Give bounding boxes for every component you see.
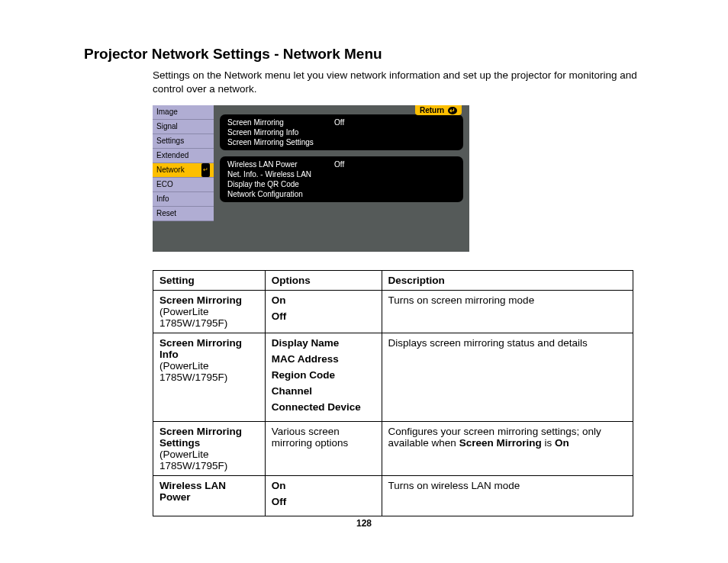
menu-item-value: Off (334, 118, 456, 127)
page-number: 128 (0, 518, 728, 529)
menu-item-label: Screen Mirroring (227, 118, 334, 127)
menu-group-1: Screen MirroringOffScreen Mirroring Info… (220, 114, 463, 150)
settings-table: SettingOptionsDescription Screen Mirrori… (153, 270, 633, 516)
enter-icon: ↵ (201, 163, 210, 177)
options-cell: OnOff (265, 291, 382, 333)
menu-item[interactable]: Screen Mirroring Info (227, 127, 456, 137)
sidebar-tab-network[interactable]: Network↵ (153, 163, 214, 178)
sidebar-tab-extended[interactable]: Extended (153, 149, 214, 163)
menu-item-label: Display the QR Code (227, 180, 334, 188)
description-cell: Turns on screen mirroring mode (382, 291, 633, 333)
menu-item-label: Wireless LAN Power (227, 160, 334, 169)
description-cell: Displays screen mirroring status and det… (382, 333, 633, 422)
sidebar-tab-settings[interactable]: Settings (153, 134, 214, 149)
menu-item-label: Screen Mirroring Info (227, 128, 334, 137)
menu-mainpane: Return ↵ Screen MirroringOffScreen Mirro… (214, 105, 469, 252)
menu-item-value: Off (334, 160, 456, 169)
menu-item-label: Network Configuration (227, 190, 334, 198)
menu-group-2: Wireless LAN PowerOffNet. Info. - Wirele… (220, 156, 463, 202)
menu-screenshot: ImageSignalSettingsExtendedNetwork↵ECOIn… (153, 105, 469, 252)
options-cell: OnOff (265, 476, 382, 516)
return-button[interactable]: Return ↵ (415, 105, 462, 115)
table-row: Screen Mirroring Info(PowerLite 1785W/17… (153, 333, 633, 422)
sidebar-tab-image[interactable]: Image (153, 105, 214, 120)
options-cell: Various screen mirroring options (265, 422, 382, 476)
table-row: Screen Mirroring(PowerLite 1785W/1795F)O… (153, 291, 633, 333)
sidebar-tab-signal[interactable]: Signal (153, 120, 214, 134)
menu-item-label: Net. Info. - Wireless LAN (227, 170, 334, 179)
menu-item[interactable]: Display the QR Code (227, 179, 456, 189)
menu-item[interactable]: Screen Mirroring Settings (227, 137, 456, 147)
table-header: Description (382, 271, 633, 291)
setting-cell: Screen Mirroring Info(PowerLite 1785W/17… (153, 333, 266, 422)
return-label: Return (420, 106, 444, 114)
menu-item[interactable]: Screen MirroringOff (227, 117, 456, 127)
table-row: Wireless LAN PowerOnOffTurns on wireless… (153, 476, 633, 516)
page-title: Projector Network Settings - Network Men… (84, 46, 644, 63)
enter-icon: ↵ (448, 107, 457, 114)
menu-sidebar: ImageSignalSettingsExtendedNetwork↵ECOIn… (153, 105, 214, 252)
setting-cell: Wireless LAN Power (153, 476, 266, 516)
sidebar-tab-eco[interactable]: ECO (153, 178, 214, 192)
menu-item-label: Screen Mirroring Settings (227, 138, 334, 146)
sidebar-tab-info[interactable]: Info (153, 192, 214, 207)
menu-item[interactable]: Network Configuration (227, 189, 456, 199)
table-row: Screen Mirroring Settings(PowerLite 1785… (153, 422, 633, 476)
table-header: Options (265, 271, 382, 291)
menu-item[interactable]: Wireless LAN PowerOff (227, 159, 456, 169)
description-cell: Turns on wireless LAN mode (382, 476, 633, 516)
setting-cell: Screen Mirroring(PowerLite 1785W/1795F) (153, 291, 266, 333)
intro-text: Settings on the Network menu let you vie… (153, 69, 644, 96)
options-cell: Display NameMAC AddressRegion CodeChanne… (265, 333, 382, 422)
setting-cell: Screen Mirroring Settings(PowerLite 1785… (153, 422, 266, 476)
description-cell: Configures your screen mirroring setting… (382, 422, 633, 476)
menu-item[interactable]: Net. Info. - Wireless LAN (227, 169, 456, 179)
table-header: Setting (153, 271, 266, 291)
sidebar-tab-reset[interactable]: Reset (153, 207, 214, 221)
